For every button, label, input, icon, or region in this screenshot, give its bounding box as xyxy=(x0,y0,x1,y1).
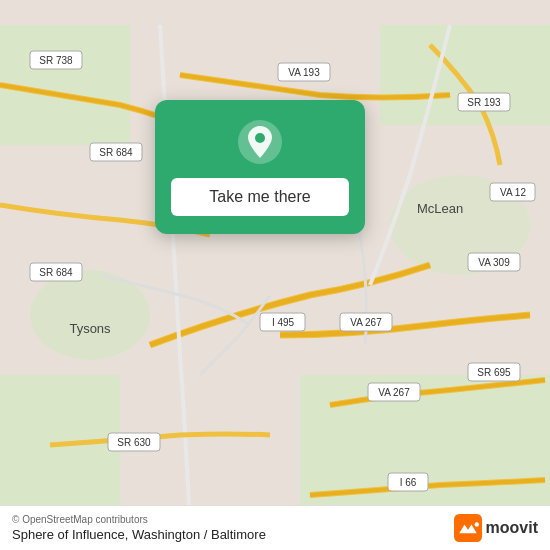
svg-rect-3 xyxy=(0,375,120,525)
svg-text:VA 309: VA 309 xyxy=(478,257,510,268)
svg-rect-37 xyxy=(454,514,482,542)
svg-point-36 xyxy=(255,133,265,143)
map-container: SR 738 VA 193 SR 193 VA 12 SR 684 SR 684… xyxy=(0,0,550,550)
popup-card: Take me there xyxy=(155,100,365,234)
svg-text:SR 684: SR 684 xyxy=(39,267,73,278)
svg-text:McLean: McLean xyxy=(417,201,463,216)
svg-text:VA 12: VA 12 xyxy=(500,187,526,198)
svg-rect-4 xyxy=(300,375,550,525)
svg-text:VA 193: VA 193 xyxy=(288,67,320,78)
svg-text:SR 738: SR 738 xyxy=(39,55,73,66)
svg-rect-1 xyxy=(0,25,130,145)
svg-text:SR 684: SR 684 xyxy=(99,147,133,158)
svg-text:SR 630: SR 630 xyxy=(117,437,151,448)
moovit-text: moovit xyxy=(486,519,538,537)
moovit-logo: moovit xyxy=(454,514,538,542)
svg-text:I 495: I 495 xyxy=(272,317,295,328)
location-pin-icon xyxy=(236,118,284,166)
take-me-there-button[interactable]: Take me there xyxy=(171,178,349,216)
location-title: Sphere of Influence, Washington / Baltim… xyxy=(12,527,266,542)
svg-text:VA 267: VA 267 xyxy=(378,387,410,398)
svg-text:SR 193: SR 193 xyxy=(467,97,501,108)
svg-text:VA 267: VA 267 xyxy=(350,317,382,328)
moovit-icon xyxy=(454,514,482,542)
svg-point-39 xyxy=(474,522,478,526)
svg-text:I 66: I 66 xyxy=(400,477,417,488)
bottom-left: © OpenStreetMap contributors Sphere of I… xyxy=(12,514,266,542)
map-background: SR 738 VA 193 SR 193 VA 12 SR 684 SR 684… xyxy=(0,0,550,550)
copyright-text: © OpenStreetMap contributors xyxy=(12,514,266,525)
svg-text:SR 695: SR 695 xyxy=(477,367,511,378)
svg-text:Tysons: Tysons xyxy=(69,321,111,336)
bottom-bar: © OpenStreetMap contributors Sphere of I… xyxy=(0,505,550,550)
